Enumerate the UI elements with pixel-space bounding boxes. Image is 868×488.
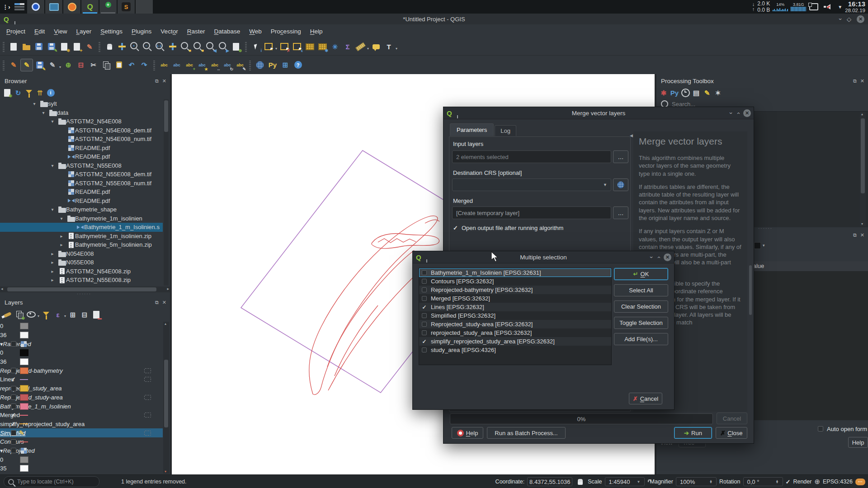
task-sublime[interactable]: S — [118, 0, 135, 14]
minimize-icon[interactable]: › — [728, 112, 734, 114]
qgis-titlebar[interactable]: Q *Untitled Project - QGIS › ◇ ✕ — [0, 14, 868, 24]
tree-item[interactable]: ▾sylt — [0, 99, 163, 108]
render-checkbox[interactable]: ✓ — [786, 479, 791, 485]
cancel-button[interactable]: ✗Cancel — [629, 393, 662, 404]
style-manager-icon[interactable]: ✎ — [84, 41, 95, 52]
expanded-arrow-icon[interactable]: ▾ — [50, 163, 55, 168]
layer-visibility-checkbox[interactable] — [11, 341, 16, 347]
layer-visibility-checkbox[interactable] — [11, 368, 16, 373]
statistics-icon[interactable]: Σ — [342, 41, 354, 52]
pan-to-selection-icon[interactable] — [116, 41, 128, 52]
scroll-right-icon[interactable]: ▸ — [167, 286, 169, 291]
edit-in-place-icon[interactable]: ✎ — [702, 88, 712, 98]
collapse-all-icon[interactable]: ⇈ — [35, 88, 45, 98]
select-all-button[interactable]: Select All — [614, 284, 668, 296]
tree-item[interactable]: ASTGTM2_N54E008_dem.tif — [0, 126, 163, 135]
mouse-position-icon[interactable] — [575, 477, 585, 487]
selection-list-item[interactable]: ✓Lines [EPSG:32632] — [419, 303, 611, 311]
task-qgis[interactable]: Q — [81, 0, 99, 14]
float-panel-icon[interactable]: ⧉ — [853, 233, 857, 238]
copy-features-icon[interactable] — [100, 59, 112, 71]
menu-database[interactable]: Database — [209, 28, 245, 35]
layer-selection-list[interactable]: Bathymetrie_1_m_Isolinien [EPSG:32631]Co… — [419, 268, 612, 365]
cancel-button[interactable]: Cancel — [717, 413, 747, 424]
float-panel-icon[interactable]: ⧉ — [155, 79, 159, 84]
menu-vector[interactable]: Vector — [156, 28, 182, 35]
layer-diagram-icon[interactable]: abc — [171, 59, 183, 71]
float-panel-icon[interactable]: ⧉ — [155, 300, 159, 305]
menu-processing[interactable]: Processing — [266, 28, 306, 35]
collapsed-arrow-icon[interactable]: ▸ — [50, 269, 55, 274]
processing-options-icon[interactable]: ✱ — [659, 88, 669, 98]
highlight-labels-icon[interactable]: abc★ — [196, 59, 208, 71]
menu-project[interactable]: Project — [2, 28, 30, 35]
zoom-last-icon[interactable]: ◀ — [205, 41, 217, 52]
tree-item[interactable]: ASTGTM2_N55E008_dem.tif — [0, 170, 163, 179]
layer-item[interactable]: 0 — [0, 455, 163, 464]
clock[interactable]: 16:13 28.02.19 — [845, 0, 865, 13]
locate-search[interactable]: Type to locate (Ctrl+K) — [4, 476, 99, 487]
layer-item[interactable]: Bathymetrie_1_m_Isolinien — [0, 402, 163, 411]
float-panel-icon[interactable]: ⧉ — [853, 79, 857, 84]
layer-visibility-checkbox[interactable] — [11, 430, 16, 436]
layer-item[interactable]: Reprojected_study-area — [0, 393, 163, 402]
open-output-option[interactable]: ✓ Open output file after running algorit… — [453, 225, 563, 231]
tab-log[interactable]: Log — [495, 125, 516, 136]
menu-raster[interactable]: Raster — [183, 28, 210, 35]
vertex-tool-icon[interactable]: ✎▾ — [47, 59, 58, 71]
item-checkbox[interactable] — [422, 322, 427, 327]
layer-item[interactable]: ▾Reprojected — [0, 446, 163, 455]
tree-item[interactable]: ▸ASTGTM2_N55E008.zip — [0, 276, 163, 285]
auto-open-form-checkbox[interactable] — [818, 426, 823, 432]
scroll-up-icon[interactable]: ▴ — [165, 322, 166, 326]
close-icon[interactable]: ✕ — [664, 253, 671, 261]
magnifier-input[interactable]: 100% ▲▼ — [676, 477, 717, 486]
text-annotation-icon[interactable]: T▾ — [383, 41, 395, 52]
scroll-down-icon[interactable]: ▾ — [165, 469, 166, 474]
item-checkbox[interactable]: ✓ — [422, 304, 427, 310]
layer-item[interactable]: 36 — [0, 331, 163, 340]
filter-legend-icon[interactable] — [41, 309, 52, 320]
rotation-input[interactable]: 0,0 ° ▲▼ — [743, 477, 783, 486]
selection-list-item[interactable]: Reprojected-bathymetry [EPSG:32632] — [419, 286, 611, 294]
paste-features-icon[interactable] — [113, 59, 125, 71]
task-empty[interactable] — [136, 0, 153, 14]
minimize-icon[interactable]: › — [649, 256, 655, 258]
current-edits-icon[interactable]: ✎ — [8, 59, 19, 71]
open-project-icon[interactable] — [20, 41, 32, 52]
history-icon[interactable] — [680, 88, 690, 98]
undo-icon[interactable]: ↶ — [126, 59, 137, 71]
selection-list-item[interactable]: ✓simplify_reprojected_study_area [EPSG:3… — [419, 337, 611, 346]
zoom-native-icon[interactable]: 1:1 — [154, 41, 166, 52]
expanded-arrow-icon[interactable]: ▾ — [50, 207, 55, 212]
menu-edit[interactable]: Edit — [30, 28, 49, 35]
collapsed-arrow-icon[interactable]: ▸ — [59, 234, 64, 239]
python-console-icon[interactable]: Py — [267, 59, 278, 71]
menu-help[interactable]: Help — [306, 28, 327, 35]
menu-plugins[interactable]: Plugins — [127, 28, 156, 35]
minimize-icon[interactable]: › — [837, 18, 843, 20]
new-print-layout-icon[interactable]: ✱ — [58, 41, 70, 52]
map-tips-icon[interactable] — [370, 41, 382, 52]
layer-item[interactable]: 0 — [0, 322, 163, 331]
close-panel-icon[interactable]: ✕ — [860, 79, 864, 84]
select-crs-button[interactable] — [613, 178, 628, 191]
field-calculator-icon[interactable]: ✱ — [316, 41, 328, 52]
selection-list-item[interactable]: reprojected_study_area [EPSG:32632] — [419, 328, 611, 337]
scroll-left-icon[interactable]: ◂ — [1, 286, 3, 291]
task-firefox[interactable] — [63, 0, 80, 14]
refresh-icon[interactable]: ↻ — [13, 88, 23, 98]
collapsed-arrow-icon[interactable]: ▸ — [50, 251, 55, 256]
auto-open-form[interactable]: Auto open form — [818, 426, 867, 432]
add-feature-icon[interactable]: ⊕ — [62, 59, 74, 71]
item-checkbox[interactable] — [422, 296, 427, 301]
metasearch-icon[interactable] — [254, 59, 266, 71]
selection-list-item[interactable]: Simplified [EPSG:32632] — [419, 311, 611, 320]
toggle-selection-button[interactable]: Toggle Selection — [614, 317, 668, 329]
toggle-editing-icon[interactable]: ✎ — [20, 59, 33, 71]
open-output-checkbox[interactable]: ✓ — [453, 225, 458, 231]
deselect-features-icon[interactable]: ✗ — [278, 41, 290, 52]
layer-visibility-checkbox[interactable] — [11, 448, 16, 453]
menu-view[interactable]: View — [49, 28, 71, 35]
layer-item[interactable]: Contours — [0, 437, 163, 446]
